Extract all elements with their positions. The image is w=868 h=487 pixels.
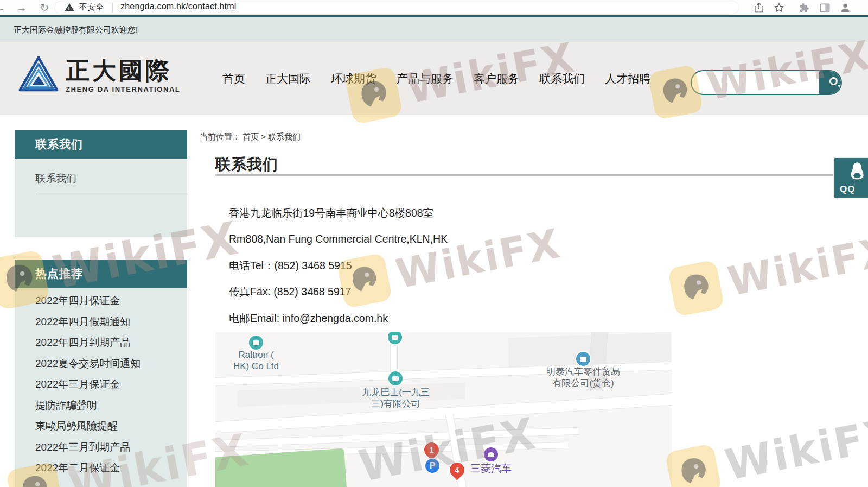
sidebar-hot-box: 热点推荐 2022年四月保证金 2022年四月假期通知 2022年四月到期产品 …	[15, 260, 187, 487]
nav-item-careers[interactable]: 人才招聘	[605, 71, 650, 86]
breadcrumb-current[interactable]: 联系我们	[268, 132, 301, 141]
hot-item[interactable]: 2022年二月保证金	[15, 458, 187, 479]
logo-triangle-icon	[18, 52, 59, 99]
hot-item[interactable]: 2022年三月到期产品	[15, 437, 187, 458]
contact-email: 电邮Email: info@zhengda.com.hk	[229, 305, 448, 332]
url-divider	[112, 3, 113, 12]
parking-icon[interactable]: P	[425, 459, 439, 473]
side-panel-icon[interactable]	[817, 0, 832, 15]
reload-icon[interactable]: ↻	[37, 0, 52, 15]
sidebar-link-contact[interactable]: 联系我们	[35, 172, 187, 194]
site-logo[interactable]: 正大國際 ZHENG DA INTERNATIONAL	[18, 52, 180, 99]
sidebar-contact-box: 联系我们 联系我们	[15, 130, 187, 237]
browser-toolbar: ← → ↻ ! 不安全 zhengda.com.hk/contact.html	[0, 0, 868, 15]
main-nav: 首页 正大国际 环球期货 产品与服务 客户服务 联系我们 人才招聘	[222, 42, 650, 115]
wikifx-watermark: WikiFX	[665, 408, 868, 487]
sidebar-hot-list: 2022年四月保证金 2022年四月假期通知 2022年四月到期产品 2022夏…	[15, 288, 187, 487]
qq-contact-tab[interactable]: QQ	[833, 157, 868, 199]
search-button[interactable]	[819, 71, 841, 94]
sidebar-hot-title: 热点推荐	[15, 260, 187, 288]
poi-raltron-icon[interactable]	[249, 336, 263, 350]
hot-item[interactable]: 提防詐騙聲明	[15, 395, 187, 416]
page-title: 联系我们	[215, 154, 278, 175]
poi-bus-company-icon[interactable]	[388, 371, 403, 385]
poi-auto-parts-label[interactable]: 明泰汽车零件贸易有限公司(货仓)	[529, 366, 637, 389]
profile-avatar-icon[interactable]	[838, 0, 853, 15]
poi-mitsubishi-label[interactable]: 三菱汽车	[458, 463, 524, 474]
nav-item-contact[interactable]: 联系我们	[539, 71, 585, 86]
nav-item-home[interactable]: 首页	[222, 71, 245, 86]
qq-penguin-icon	[847, 161, 867, 184]
page: ← → ↻ ! 不安全 zhengda.com.hk/contact.html …	[0, 0, 868, 487]
forward-icon[interactable]: →	[14, 0, 29, 15]
poi-bus-company-label[interactable]: 九龙巴士(一九三三)有限公司	[351, 387, 441, 409]
nav-item-products[interactable]: 产品与服务	[397, 71, 454, 86]
contact-details: 香港九龙临乐街19号南丰商业中心8楼808室 Rm808,Nan Fung Co…	[229, 200, 448, 332]
breadcrumb-separator: >	[261, 132, 268, 141]
url-text[interactable]: zhengda.com.hk/contact.html	[120, 2, 237, 11]
contact-address-zh: 香港九龙临乐街19号南丰商业中心8楼808室	[229, 200, 448, 226]
poi-auto-parts-icon[interactable]	[576, 352, 590, 366]
wikifx-lion-icon	[667, 260, 725, 317]
wikifx-lion-icon	[665, 444, 722, 487]
site-header: 正大國際 ZHENG DA INTERNATIONAL 首页 正大国际 环球期货…	[0, 42, 868, 115]
hot-item[interactable]: 東歐局勢風險提醒	[15, 416, 187, 437]
logo-title: 正大國際	[66, 58, 180, 84]
map-pin-4[interactable]: 4	[446, 459, 467, 480]
not-secure-label[interactable]: 不安全	[79, 2, 104, 12]
qq-tab-label: QQ	[840, 184, 855, 195]
hot-item[interactable]: 2022年四月假期通知	[15, 312, 187, 333]
contact-tel: 电话Tel：(852) 3468 5915	[229, 252, 448, 279]
hot-item[interactable]: 2022年四月保证金	[15, 290, 187, 312]
contact-fax: 传真Fax: (852) 3468 5917	[229, 279, 448, 306]
hot-item[interactable]: 2022夏令交易时间通知	[15, 353, 187, 375]
poi-raltron-label[interactable]: Raltron (HK) Co Ltd	[224, 349, 289, 372]
title-underline	[215, 174, 837, 176]
logo-subtitle: ZHENG DA INTERNATIONAL	[66, 85, 180, 93]
nav-item-futures[interactable]: 环球期货	[331, 71, 376, 86]
sidebar-contact-title: 联系我们	[15, 130, 187, 159]
wikifx-watermark: WikiFX	[667, 226, 868, 317]
transit-stop-icon[interactable]	[388, 332, 402, 344]
contact-address-en: Rm808,Nan Fung Commercial Centre,KLN,HK	[229, 226, 448, 253]
map-embed[interactable]: Raltron (HK) Co Ltd 九龙巴士(一九三三)有限公司 明泰汽车零…	[215, 332, 672, 487]
welcome-bar: 正大国际金融控股有限公司欢迎您!	[0, 17, 868, 42]
back-icon[interactable]: ←	[0, 0, 8, 15]
map-pin-1[interactable]: 1	[421, 439, 442, 460]
share-icon[interactable]	[751, 0, 767, 15]
search-box	[691, 70, 842, 95]
extensions-puzzle-icon[interactable]	[796, 0, 812, 15]
not-secure-warning-icon[interactable]: !	[65, 3, 74, 11]
search-input[interactable]	[692, 71, 819, 94]
hot-item[interactable]: 2022年三月保证金	[15, 374, 187, 395]
bookmark-star-icon[interactable]	[771, 0, 787, 15]
breadcrumb: 当前位置： 首页 > 联系我们	[200, 132, 301, 142]
poi-mitsubishi-icon[interactable]	[484, 447, 498, 461]
hot-item[interactable]: 2022年四月到期产品	[15, 332, 187, 353]
breadcrumb-home-link[interactable]: 首页	[242, 132, 259, 141]
breadcrumb-label: 当前位置：	[200, 132, 240, 141]
nav-item-about[interactable]: 正大国际	[265, 71, 311, 86]
search-icon	[829, 77, 838, 85]
sidebar-contact-body: 联系我们	[15, 159, 187, 237]
nav-item-service[interactable]: 客户服务	[474, 71, 519, 86]
welcome-text: 正大国际金融控股有限公司欢迎您!	[14, 17, 138, 42]
